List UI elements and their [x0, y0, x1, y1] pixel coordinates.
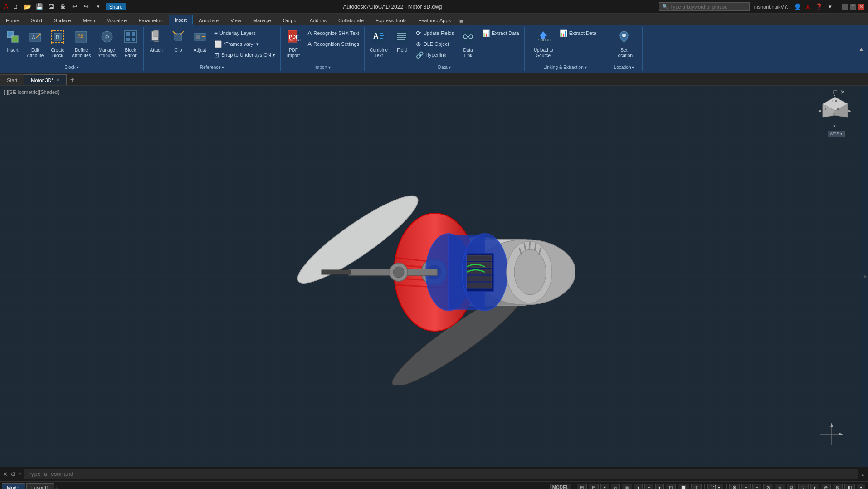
open-file-btn[interactable]: 📂 [23, 2, 32, 11]
ribbon-item-upload-source[interactable]: SOURCE Upload to Source [532, 28, 556, 60]
ribbon-item-underlay-layers[interactable]: ≡ Underlay Layers [212, 28, 278, 38]
undo-arrow-btn[interactable]: ▾ [94, 2, 103, 11]
save-btn[interactable]: 💾 [35, 2, 44, 11]
minimize-btn[interactable]: — [842, 4, 848, 10]
tab-view[interactable]: View [224, 15, 247, 25]
settings-btn[interactable]: ⚙ [729, 484, 740, 489]
ribbon-item-extract-data[interactable]: 📊 Extract Data [480, 28, 522, 38]
ribbon-item-ole-object[interactable]: ⊕ OLE Object [414, 39, 456, 49]
polar-dropdown[interactable]: ▾ [634, 484, 643, 489]
undo-btn[interactable]: ↩ [70, 2, 79, 11]
layout-tab-model[interactable]: Model [2, 483, 25, 489]
ribbon-item-extract-data2[interactable]: 📊 Extract Data [557, 28, 599, 38]
ribbon-group-data-label[interactable]: Data ▾ [438, 65, 451, 70]
ortho-btn[interactable]: ⌀ [611, 484, 620, 489]
command-dropdown-icon[interactable]: ▾ [19, 471, 21, 477]
search-box[interactable]: 🔍 [659, 2, 750, 11]
scale-btn[interactable]: 1:1 ▾ [707, 484, 724, 489]
save-as-btn[interactable]: 🖫 [47, 2, 56, 11]
osnap-dropdown[interactable]: ▾ [655, 484, 664, 489]
tools5-btn[interactable]: ⊕ [821, 484, 831, 489]
tools8-btn[interactable]: ▾ [857, 484, 865, 489]
share-button[interactable]: Share [106, 3, 126, 10]
command-close-btn[interactable]: ✕ [3, 471, 8, 478]
ribbon-group-reference-label[interactable]: Reference ▾ [200, 65, 224, 70]
tab-visualize[interactable]: Visualize [101, 15, 133, 25]
minus-btn[interactable]: − [752, 484, 761, 489]
tab-insert[interactable]: Insert [169, 15, 193, 25]
tools6-btn[interactable]: ⊠ [833, 484, 843, 489]
ribbon-item-combine-text[interactable]: A Combine Text [367, 28, 390, 60]
ribbon-item-block-editor[interactable]: Block Editor [121, 28, 141, 60]
tab-parametric[interactable]: Parametric [132, 15, 168, 25]
ribbon-item-create-block[interactable]: B Create Block [48, 28, 68, 60]
new-tab-button[interactable]: + [67, 74, 78, 85]
model-space-label[interactable]: MODEL [550, 484, 571, 489]
ribbon-group-location-label[interactable]: Location ▾ [614, 65, 634, 70]
ribbon-item-set-location[interactable]: Set Location [613, 28, 635, 60]
tab-express[interactable]: Express Tools [370, 15, 412, 25]
tab-solid[interactable]: Solid [25, 15, 48, 25]
ribbon-item-manage-attr[interactable]: ⚙ Manage Attributes [95, 28, 119, 60]
ribbon-item-attach[interactable]: Attach [146, 28, 166, 54]
ribbon-item-edit-attr[interactable]: A Edit Attribute [24, 28, 46, 60]
ribbon-item-snap-underlays[interactable]: ⊡ Snap to Underlays ON ▾ [212, 50, 278, 60]
ribbon-item-recognition-settings[interactable]: A Recognition Settings [305, 39, 361, 49]
snap-dropdown[interactable]: ▾ [600, 484, 609, 489]
doc-tab-motor3d-close[interactable]: ✕ [56, 78, 60, 83]
plus-btn[interactable]: + [741, 484, 751, 489]
doc-tab-motor3d[interactable]: Motor 3D* ✕ [24, 74, 67, 85]
snap-btn[interactable]: ⊟ [589, 484, 599, 489]
tools4-btn[interactable]: ◱ [798, 484, 809, 489]
ribbon-collapse-btn[interactable]: ▲ [858, 45, 864, 53]
wcs-button[interactable]: WCS ▾ [828, 131, 845, 137]
close-btn[interactable]: ✕ [858, 4, 864, 10]
redo-btn[interactable]: ↪ [82, 2, 91, 11]
maximize-btn[interactable]: □ [850, 4, 856, 10]
tab-home[interactable]: Home [0, 15, 25, 25]
ribbon-group-block-label[interactable]: Block ▾ [64, 65, 78, 70]
ribbon-item-hyperlink[interactable]: 🔗 Hyperlink [414, 50, 456, 60]
ribbon-group-linking-label[interactable]: Linking & Extraction ▾ [543, 65, 586, 70]
transparency-btn[interactable]: ◫ [691, 484, 702, 489]
tools7-btn[interactable]: ◧ [844, 484, 855, 489]
tab-surface[interactable]: Surface [48, 15, 77, 25]
layout-tab-layout1[interactable]: Layout1 [26, 483, 54, 489]
user-icon[interactable]: 👤 [793, 2, 802, 11]
tools4-dropdown[interactable]: ▾ [810, 484, 819, 489]
add-layout-button[interactable]: + [55, 484, 59, 489]
ribbon-item-clip[interactable]: Clip [168, 28, 188, 54]
tab-output[interactable]: Output [277, 15, 304, 25]
tab-annotate[interactable]: Annotate [193, 15, 224, 25]
osnap-btn[interactable]: + [644, 484, 653, 489]
doc-tab-start[interactable]: Start [0, 74, 24, 85]
ribbon-item-adjust[interactable]: Adjust [190, 28, 210, 54]
settings-dropdown-btn[interactable]: ▾ [825, 2, 834, 11]
ribbon-item-frames-vary[interactable]: ⬜ *Frames vary* ▾ [212, 39, 278, 49]
polar-btn[interactable]: ◎ [622, 484, 632, 489]
ribbon-menu-icon[interactable]: ≡ [459, 18, 463, 25]
ribbon-item-recognize-shx[interactable]: A Recognize SHX Text [305, 28, 361, 38]
lineweight-btn[interactable]: 🔲 [678, 484, 689, 489]
grid-btn[interactable]: ⊞ [577, 484, 587, 489]
command-settings-btn[interactable]: ⚙ [10, 471, 16, 478]
info-btn[interactable]: ❓ [814, 2, 824, 11]
new-file-btn[interactable]: 🗋 [11, 2, 20, 11]
tools1-btn[interactable]: ⊗ [763, 484, 773, 489]
tab-addins[interactable]: Add-ins [304, 15, 332, 25]
search-input[interactable] [670, 4, 743, 10]
viewcube[interactable]: TOP R L FRT ▲ ▶ ◀ ▼ WCS ▾ [818, 95, 854, 131]
ribbon-item-data-link[interactable]: Data Link [458, 28, 478, 60]
tools2-btn[interactable]: ◈ [775, 484, 785, 489]
autodesk-icon[interactable]: A [804, 2, 813, 11]
command-input[interactable] [24, 469, 858, 479]
ribbon-item-define-attr[interactable]: @ Define Attributes [69, 28, 93, 60]
tab-mesh[interactable]: Mesh [77, 15, 101, 25]
tab-collaborate[interactable]: Collaborate [332, 15, 370, 25]
tab-featured[interactable]: Featured Apps [413, 15, 457, 25]
command-expand-icon[interactable]: ▲ [860, 472, 865, 477]
ribbon-item-pdf-import[interactable]: PDFIMPORT PDF Import [283, 28, 303, 60]
plot-btn[interactable]: 🖶 [59, 2, 68, 11]
otrack-btn[interactable]: ⊡ [666, 484, 676, 489]
ribbon-group-import-label[interactable]: Import ▾ [314, 65, 330, 70]
